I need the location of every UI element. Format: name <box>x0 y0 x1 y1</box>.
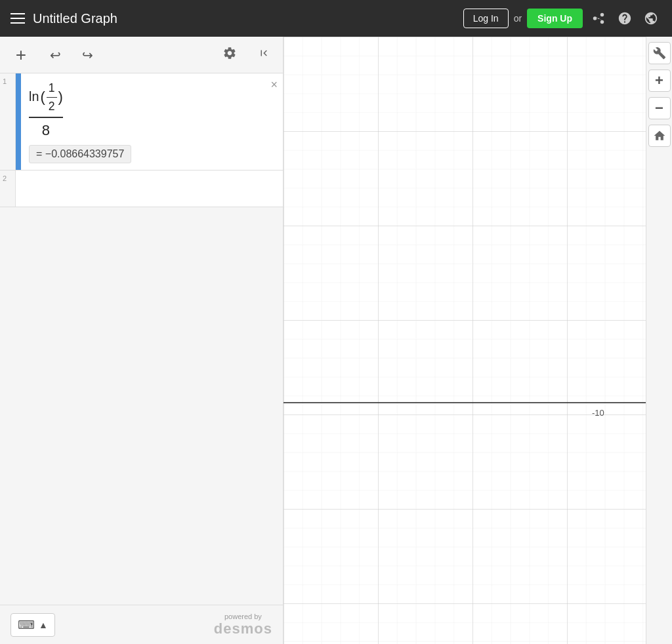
expression-content-1[interactable]: × ln ( 1 2 ) <box>21 73 283 170</box>
home-button[interactable] <box>648 125 671 147</box>
graph-grid: 1000 500 0 -500 -10 -5 0 <box>284 37 646 644</box>
keyboard-icon: ⌨ <box>18 618 35 632</box>
expression-color-bar-1[interactable] <box>16 73 21 170</box>
header: Untitled Graph Log In or Sign Up <box>0 0 672 37</box>
expression-math-1: ln ( 1 2 ) 8 <box>29 80 275 141</box>
redo-button[interactable]: ↪ <box>77 45 98 66</box>
menu-icon[interactable] <box>10 13 25 24</box>
expression-list: 1 × ln ( 1 2 <box>0 73 283 605</box>
zoom-in-button[interactable]: + <box>648 70 671 92</box>
zoom-out-button[interactable]: − <box>648 97 671 119</box>
powered-by-text: powered by <box>214 613 272 620</box>
desmos-logo: desmos <box>214 620 272 637</box>
collapse-button[interactable] <box>253 45 275 65</box>
expression-item-2: 2 <box>0 171 283 207</box>
svg-rect-1 <box>284 37 646 644</box>
settings-button[interactable] <box>217 43 242 66</box>
keyboard-chevron-icon: ▲ <box>39 620 48 630</box>
graph-area[interactable]: 1000 500 0 -500 -10 -5 0 <box>284 37 646 644</box>
bottom-bar: ⌨ ▲ powered by desmos <box>0 605 283 644</box>
page-title: Untitled Graph <box>33 11 117 26</box>
redo-icon: ↪ <box>82 48 93 62</box>
expression-close-1[interactable]: × <box>270 79 278 91</box>
expression-number-2: 2 <box>0 171 16 207</box>
expression-result-1: = −0.08664339757 <box>29 145 131 163</box>
globe-icon[interactable] <box>640 8 662 29</box>
add-expression-button[interactable]: + <box>8 42 34 68</box>
keyboard-button[interactable]: ⌨ ▲ <box>10 613 55 637</box>
wrench-button[interactable] <box>648 42 671 64</box>
expression-input-2[interactable] <box>16 171 283 207</box>
undo-button[interactable]: ↩ <box>45 45 66 66</box>
header-left: Untitled Graph <box>10 11 455 26</box>
undo-icon: ↩ <box>50 48 61 62</box>
minus-icon: − <box>655 100 663 117</box>
or-text: or <box>514 13 522 24</box>
right-toolbar: + − <box>646 37 672 644</box>
left-panel: + ↩ ↪ 1 <box>0 37 284 644</box>
main-layout: + ↩ ↪ 1 <box>0 37 672 644</box>
help-icon[interactable] <box>614 8 635 29</box>
plus-icon: + <box>655 72 663 89</box>
signup-button[interactable]: Sign Up <box>527 9 583 28</box>
expression-toolbar: + ↩ ↪ <box>0 37 283 73</box>
x-label-neg10: -10 <box>592 408 604 418</box>
login-button[interactable]: Log In <box>463 9 509 28</box>
header-right: Log In or Sign Up <box>463 8 662 29</box>
share-icon[interactable] <box>588 8 609 29</box>
powered-by: powered by desmos <box>214 613 272 637</box>
expression-number-1: 1 <box>0 73 16 170</box>
expression-item-1: 1 × ln ( 1 2 <box>0 73 283 171</box>
